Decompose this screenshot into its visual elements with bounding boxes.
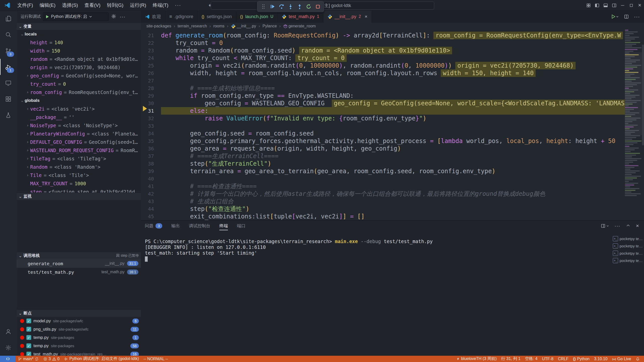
activity-remote-explorer-icon[interactable]	[0, 75, 17, 91]
breakpoint-checkbox[interactable]: ✓	[26, 352, 31, 356]
code-line-39[interactable]: 39 terrain_area = geo_area_to_terrain(ge…	[141, 167, 625, 175]
menu-item-1[interactable]: 编辑(E)	[36, 0, 59, 11]
variable-row[interactable]: ›room_config=RoomRequestConfig(env_t…	[20, 88, 141, 96]
layout-sidebar-right-icon[interactable]	[610, 0, 618, 11]
panel-tab-终端[interactable]: 终端	[219, 220, 228, 231]
code-line-40[interactable]: 40	[141, 175, 625, 183]
breakpoint-row[interactable]: ✓temp.pysite-packages58	[17, 342, 141, 350]
layout-panel-icon[interactable]	[601, 0, 610, 11]
code-line-33[interactable]: 33	[141, 122, 625, 130]
breadcrumb-item[interactable]: rooms	[213, 24, 224, 28]
callstack-frame[interactable]: test/test_math.pytest_math.py16:1	[17, 268, 141, 276]
minimize-icon[interactable]: ─	[618, 0, 627, 11]
apps-grid-icon[interactable]	[584, 0, 593, 11]
breadcrumb-item[interactable]: __init__.py	[237, 24, 256, 28]
indentation[interactable]: 空格: 4	[523, 356, 540, 362]
problems-status[interactable]: 30	[41, 356, 62, 362]
menu-item-5[interactable]: 运行(R)	[127, 0, 149, 11]
breakpoint-row[interactable]: ✓test_math.pysite-packages\terrain_res…1…	[17, 350, 141, 356]
scope-row[interactable]: ⌄globals	[20, 96, 141, 105]
breadcrumb-item[interactable]: site-packages	[146, 24, 171, 28]
breakpoints-section-header[interactable]: ⌄断点	[17, 309, 141, 317]
activity-account-icon[interactable]	[0, 324, 17, 340]
gitlens-blame[interactable]: blueloveTH (3 周前)	[454, 356, 499, 362]
activity-debug-icon[interactable]: 1	[0, 59, 17, 75]
line-number[interactable]: 39	[141, 168, 154, 174]
python-version[interactable]: 3.10.10	[592, 356, 610, 362]
panel-tab-问题[interactable]: 问题3	[145, 220, 162, 231]
sidebar-more-icon[interactable]: ···	[120, 14, 126, 20]
menu-more[interactable]: ···	[172, 0, 184, 11]
branch-status[interactable]: main*	[16, 356, 41, 362]
minimap[interactable]	[625, 30, 642, 220]
line-number[interactable]: 45	[141, 213, 154, 219]
terminal-views-icon[interactable]	[601, 223, 609, 228]
vim-mode[interactable]: -- NORMAL --	[141, 356, 170, 362]
code-line-42[interactable]: 42 # 计算每一个出口的中心，然后使用astar生成路径，确保每一个出口组合都…	[141, 190, 625, 198]
panel-close-icon[interactable]: ×	[636, 223, 639, 229]
variable-row[interactable]: origin=vec2i(7205730, 9024468)	[20, 63, 141, 71]
encoding[interactable]: UTF-8	[540, 356, 556, 362]
panel-tab-端口[interactable]: 端口	[237, 220, 246, 231]
code-line-35[interactable]: 35 geo_config.primary_forces.geothermal_…	[141, 137, 625, 145]
code-line-20[interactable]: 20	[141, 30, 625, 32]
variable-row[interactable]: step=<function step at 0x1bf9cd216d	[20, 188, 141, 193]
code-line-45[interactable]: 45 exit_combinations:list[tuple[vec2i, v…	[141, 213, 625, 220]
code-line-34[interactable]: 34 geo_config.seed = room_config.seed	[141, 130, 625, 137]
line-number[interactable]: 23	[141, 48, 154, 54]
variable-row[interactable]: MAX_TRY_COUNT=1000	[20, 179, 141, 188]
panel-maximize-icon[interactable]	[626, 223, 630, 228]
breakpoint-checkbox[interactable]: ✓	[26, 319, 31, 323]
line-number[interactable]: 44	[141, 206, 154, 212]
breadcrumb[interactable]: site-packages›terrain_research›rooms›__i…	[141, 23, 644, 30]
code-line-25[interactable]: 25 origin = vec2i(random.randint(0, 1000…	[141, 62, 625, 69]
line-number[interactable]: 34	[141, 130, 154, 137]
line-number[interactable]: 32	[141, 115, 154, 121]
code-line-41[interactable]: 41 # ====检查连通性====	[141, 183, 625, 190]
line-number[interactable]: 40	[141, 176, 154, 182]
code-line-38[interactable]: 38 step("生成TerrainCell")	[141, 160, 625, 167]
step-into-icon[interactable]	[286, 2, 295, 11]
breakpoint-row[interactable]: ✓temp.pysite-packages1	[17, 333, 141, 342]
editor-scrollbar[interactable]	[642, 30, 644, 220]
variable-row[interactable]: try_count=0	[20, 80, 141, 88]
scope-row[interactable]: ⌄locals	[20, 30, 141, 38]
terminal-list-item[interactable]: >_pocketpy te…	[613, 243, 642, 249]
terminal-list-item[interactable]: >_pocketpy te…	[613, 258, 642, 263]
tab-__init__.py[interactable]: __init__.py2×	[324, 11, 372, 23]
line-number[interactable]: 27	[141, 78, 154, 84]
variable-row[interactable]: ›NoiseType=<class 'NoiseType'>	[20, 121, 141, 129]
breadcrumb-item[interactable]: generate_room	[289, 24, 316, 28]
callstack-frame[interactable]: generate_room__init__.py31:1	[17, 259, 141, 268]
variables-section-header[interactable]: ⌄变量	[17, 23, 141, 30]
variable-row[interactable]: height=140	[20, 38, 141, 47]
breadcrumb-item[interactable]: Pylance	[262, 24, 277, 28]
panel-tab-输出[interactable]: 输出	[171, 220, 180, 231]
tab-.gdignore[interactable]: ≡.gdignore	[165, 11, 197, 23]
line-number[interactable]: 43	[141, 198, 154, 204]
menu-item-4[interactable]: 转到(G)	[104, 0, 127, 11]
line-number[interactable]: 33	[141, 123, 154, 129]
variable-row[interactable]: ›TileTag=<class 'TileTag'>	[20, 154, 141, 163]
menu-item-2[interactable]: 选择(S)	[59, 0, 81, 11]
activity-testing-icon[interactable]	[0, 107, 17, 123]
tab-settings.json[interactable]: {}settings.json	[197, 11, 236, 23]
code-line-44[interactable]: 44 step("检查连通性")	[141, 205, 625, 213]
line-number[interactable]: 37	[141, 153, 154, 159]
code-line-22[interactable]: 22 try_count = 0	[141, 39, 625, 47]
variable-row[interactable]: ›DEFAULT_GEO_CONFIG=GeoConfig(seed=1…	[20, 138, 141, 146]
code-editor[interactable]: 2021def generate_room(room_config: RoomR…	[141, 30, 625, 220]
layout-sidebar-left-icon[interactable]	[593, 0, 601, 11]
panel-more-icon[interactable]: ···	[615, 223, 620, 229]
remote-indicator[interactable]	[0, 356, 16, 362]
line-number[interactable]: 38	[141, 161, 154, 167]
activity-search-icon[interactable]	[0, 27, 17, 43]
breakpoint-row[interactable]: ✓model.pysite-packages\wfc6	[17, 317, 141, 325]
code-line-24[interactable]: 24 while try_count < MAX_TRY_COUNT:try_c…	[141, 54, 625, 62]
line-number[interactable]: 24	[141, 55, 154, 61]
code-line-23[interactable]: 23 random = Random(room_config.seed)rand…	[141, 47, 625, 54]
line-number[interactable]: 28	[141, 85, 154, 91]
line-number[interactable]: 20	[141, 30, 154, 31]
code-line-26[interactable]: 26 width, height = room_config.layout.n_…	[141, 69, 625, 77]
code-line-37[interactable]: 37 # ====生成TerrainCell====	[141, 152, 625, 160]
